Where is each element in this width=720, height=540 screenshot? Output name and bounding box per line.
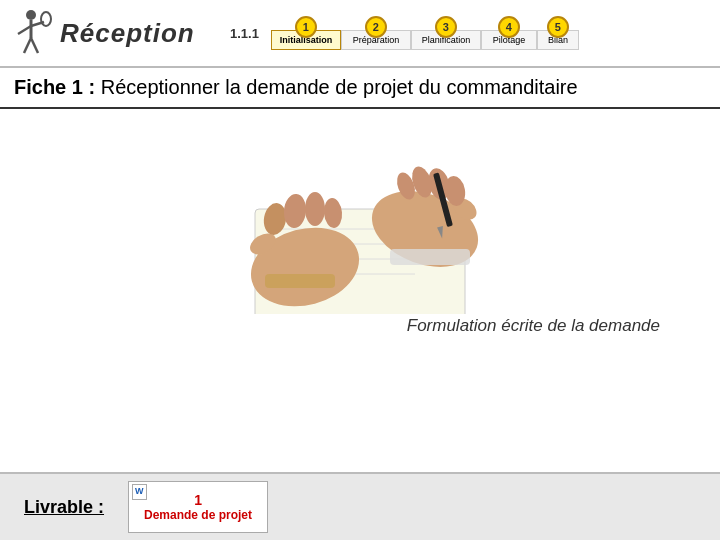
main-content: Formulation écrite de la demande [0,109,720,336]
livrable-label: Livrable : [24,497,104,518]
header: Réception 1.1.1 1 Initialisation 2 Prépa… [0,0,720,68]
bottom-bar: Livrable : W 1 Demande de projet [0,472,720,540]
page-title: Réception [60,18,195,49]
phase-tab-1[interactable]: 1 Initialisation [271,30,341,50]
phase-circle-3: 3 [435,16,457,38]
logo-block: Réception [0,8,230,58]
fiche-number: Fiche 1 [14,76,83,98]
svg-point-16 [305,192,325,226]
deliverable-number: 1 [194,492,202,508]
deliverable-box: W 1 Demande de projet [128,481,268,533]
svg-line-6 [31,38,38,53]
phase-tab-3[interactable]: 3 Planification [411,30,481,50]
hands-svg [195,119,525,314]
phase-circle-1: 1 [295,16,317,38]
phase-tab-2[interactable]: 2 Préparation [341,30,411,50]
word-icon: W [132,484,147,500]
phase-circle-4: 4 [498,16,520,38]
phase-tab-5[interactable]: 5 Bilan [537,30,579,50]
fiche-separator: : [83,76,101,98]
svg-point-0 [26,10,36,20]
phase-tabs: 1 Initialisation 2 Préparation 3 Planifi… [271,16,720,50]
phase-circle-5: 5 [547,16,569,38]
svg-line-2 [18,26,31,34]
hands-illustration [195,119,525,314]
step-number: 1.1.1 [230,26,259,41]
svg-rect-27 [390,249,470,265]
fiche-title-bar: Fiche 1 : Réceptionner la demande de pro… [0,68,720,109]
svg-rect-18 [265,274,335,288]
phase-tab-4[interactable]: 4 Pilotage [481,30,537,50]
logo-icon [10,8,52,58]
deliverable-name: Demande de projet [144,508,252,522]
phase-circle-2: 2 [365,16,387,38]
svg-point-4 [41,12,51,26]
svg-line-5 [24,38,31,53]
formulation-text: Formulation écrite de la demande [0,316,720,336]
fiche-description: Réceptionner la demande de projet du com… [101,76,578,98]
